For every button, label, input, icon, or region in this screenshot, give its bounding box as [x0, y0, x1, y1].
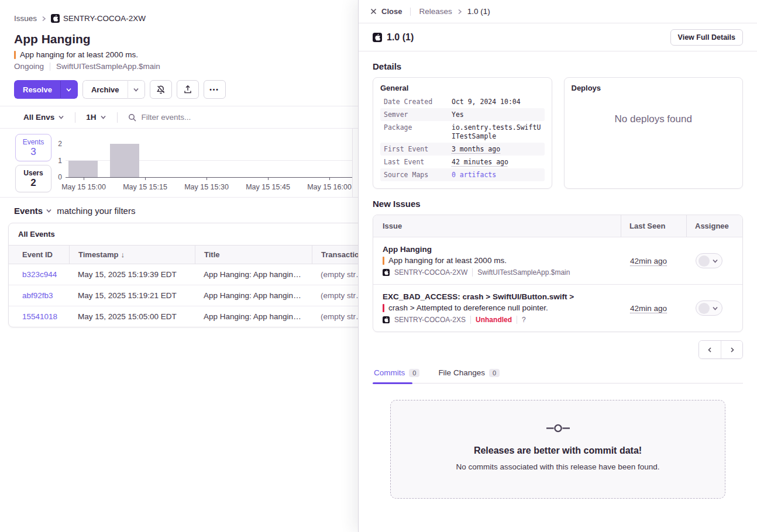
issue-context: SwiftUITestSampleApp.$main	[477, 268, 570, 277]
empty-state-message: No commits associated with this release …	[402, 462, 713, 471]
breadcrumb-releases-link[interactable]: Releases	[419, 7, 452, 16]
chevron-down-icon	[46, 208, 52, 214]
assignee-dropdown[interactable]	[696, 253, 722, 268]
details-heading: Details	[373, 61, 743, 71]
chart-bar	[68, 161, 98, 178]
issues-pagination	[373, 340, 743, 359]
last-seen-cell: 42min ago	[621, 237, 686, 284]
detail-row: Date Created Oct 9, 2024 10:04	[380, 95, 545, 108]
issue-sub-row: SENTRY-COCOA-2XS Unhandled ?	[383, 316, 611, 324]
previous-page-button[interactable]	[699, 341, 721, 358]
events-stat-card[interactable]: Events 3	[15, 134, 51, 161]
last-seen-value: 42min ago	[630, 304, 667, 313]
detail-row: Package io.sentry.tests.SwiftUITestSampl…	[380, 121, 545, 143]
breadcrumb-project[interactable]: SENTRY-COCOA-2XW	[51, 14, 146, 23]
resolve-button[interactable]: Resolve	[14, 80, 60, 99]
detail-value: 42 minutes ago	[452, 158, 541, 167]
event-title: App Hanging: App hangin…	[195, 285, 312, 306]
close-drawer-button[interactable]: Close	[370, 7, 402, 16]
users-stat-label: Users	[23, 169, 43, 177]
events-chart-plot: 012May 15 15:00May 15 15:15May 15 15:30M…	[66, 144, 352, 178]
issue-title: App Hanging	[14, 32, 358, 46]
issue-short-id: SENTRY-COCOA-2XW	[394, 268, 467, 277]
resolve-split-button: Resolve	[14, 80, 78, 99]
issue-link[interactable]: App Hanging	[383, 245, 611, 254]
source-maps-link[interactable]: 0 artifacts	[452, 171, 541, 179]
apple-platform-icon	[383, 316, 390, 323]
event-id-link[interactable]: b323c944	[9, 264, 69, 285]
view-full-details-button[interactable]: View Full Details	[670, 29, 743, 46]
divider	[117, 112, 118, 123]
details-grid: General Date Created Oct 9, 2024 10:04 S…	[373, 77, 743, 189]
share-button[interactable]	[177, 80, 199, 99]
users-stat-card[interactable]: Users 2	[15, 165, 51, 192]
event-title: App Hanging: App hangin…	[195, 306, 312, 327]
issue-context: SwiftUITestSampleApp.$main	[56, 62, 160, 71]
column-last-seen: Last Seen	[621, 215, 686, 237]
archive-button[interactable]: Archive	[82, 80, 128, 99]
chevron-right-icon	[41, 16, 47, 22]
release-title: 1.0 (1)	[387, 32, 414, 43]
event-title: App Hanging: App hangin…	[195, 264, 312, 285]
level-indicator	[383, 304, 384, 312]
breadcrumb-project-label: SENTRY-COCOA-2XW	[63, 14, 146, 23]
issue-message: crash > Attempted to dereference null po…	[388, 303, 548, 312]
resolve-dropdown-button[interactable]	[60, 80, 78, 99]
close-icon	[370, 8, 377, 15]
close-label: Close	[381, 7, 402, 16]
issue-sub-row: SENTRY-COCOA-2XW SwiftUITestSampleApp.$m…	[383, 268, 611, 277]
event-timestamp: May 15, 2025 15:19:21 EDT	[69, 285, 195, 306]
detail-row: Last Event 42 minutes ago	[380, 156, 545, 168]
breadcrumb-issues-link[interactable]: Issues	[14, 14, 37, 23]
detail-key: Package	[384, 123, 452, 141]
tab-commits-count: 0	[409, 369, 419, 377]
issue-short-id: SENTRY-COCOA-2XS	[394, 316, 466, 324]
level-indicator	[14, 51, 16, 59]
events-dataset-selector[interactable]: Events	[14, 206, 52, 216]
event-table-row: 15541018 May 15, 2025 15:05:00 EDT App H…	[9, 306, 358, 327]
event-table-row: b323c944 May 15, 2025 15:19:39 EDT App H…	[9, 264, 358, 285]
tab-commits[interactable]: Commits 0	[373, 364, 421, 383]
next-page-button[interactable]	[721, 341, 742, 358]
column-event-id[interactable]: Event ID	[9, 246, 69, 264]
divider	[472, 268, 473, 277]
column-timestamp[interactable]: Timestamp↓	[69, 246, 195, 264]
detail-key: First Event	[384, 145, 452, 154]
apple-platform-icon	[383, 269, 390, 276]
tab-file-changes[interactable]: File Changes 0	[437, 364, 501, 383]
apple-platform-icon	[373, 33, 382, 42]
detail-key: Source Maps	[384, 171, 452, 179]
drawer-breadcrumb: Releases 1.0 (1)	[419, 7, 490, 16]
filter-events-input[interactable]	[142, 113, 317, 122]
breadcrumb-release-current: 1.0 (1)	[467, 7, 490, 16]
tab-file-changes-count: 0	[489, 369, 500, 377]
issue-link[interactable]: EXC_BAD_ACCESS: crash > SwiftUI/Button.s…	[383, 292, 611, 301]
event-transaction: (empty str…	[312, 285, 358, 306]
events-dataset-label: Events	[14, 206, 43, 216]
issue-cell: App Hanging App hanging for at least 200…	[373, 237, 621, 284]
mute-button[interactable]	[150, 80, 172, 99]
sort-desc-icon: ↓	[121, 250, 125, 259]
chevron-right-icon	[729, 347, 735, 353]
assignee-dropdown[interactable]	[696, 300, 722, 316]
more-actions-button[interactable]: •••	[204, 80, 226, 99]
archive-dropdown-button[interactable]	[128, 80, 145, 99]
events-table-header: Event ID Timestamp↓ Title Transaction	[9, 246, 358, 264]
issue-message-row: App hanging for at least 2000 ms.	[383, 256, 611, 265]
issue-toolbar: Resolve Archive	[14, 80, 358, 99]
period-filter[interactable]: 1H	[86, 113, 106, 122]
issues-table-header: Issue Last Seen Assignee	[373, 215, 742, 237]
event-id-link[interactable]: abf92fb3	[9, 285, 69, 306]
detail-row: First Event 3 months ago	[380, 143, 545, 156]
column-title[interactable]: Title	[195, 246, 312, 264]
users-stat-value: 2	[30, 177, 36, 188]
archive-split-button: Archive	[82, 80, 145, 99]
events-section-subtitle: matching your filters	[57, 206, 135, 216]
event-id-link[interactable]: 15541018	[9, 306, 69, 327]
event-timestamp: May 15, 2025 15:05:00 EDT	[69, 306, 195, 327]
environment-filter[interactable]: All Envs	[23, 113, 64, 122]
events-card-header: All Events	[9, 223, 358, 246]
column-transaction[interactable]: Transaction	[312, 246, 358, 264]
event-table-row: abf92fb3 May 15, 2025 15:19:21 EDT App H…	[9, 285, 358, 306]
release-tabs: Commits 0 File Changes 0	[373, 364, 743, 384]
